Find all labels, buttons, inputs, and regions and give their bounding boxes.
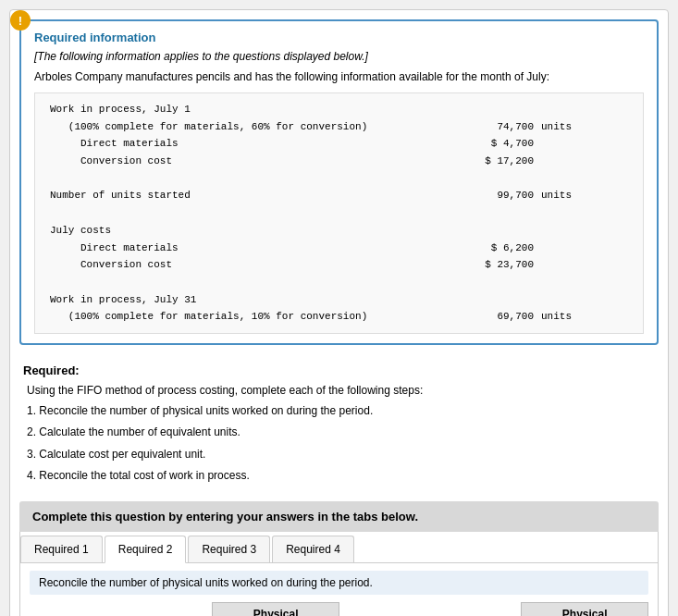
table-row	[46, 170, 632, 188]
table-row: Direct materials $ 4,700	[46, 135, 632, 153]
company-desc: Arboles Company manufactures pencils and…	[34, 70, 644, 83]
table-row: Direct materials $ 6,200	[46, 240, 632, 257]
table-row: (100% complete for materials, 10% for co…	[46, 308, 632, 326]
tab-required-3[interactable]: Required 3	[188, 536, 270, 562]
italic-note: [The following information applies to th…	[34, 50, 644, 63]
info-section: ! Required information [The following in…	[19, 19, 659, 345]
table-row: July costs	[46, 222, 632, 240]
required-heading: Required:	[23, 363, 655, 377]
table-row: Work in process, July 1	[46, 101, 632, 118]
table-row	[46, 204, 632, 222]
required-section: Required: Using the FIFO method of proce…	[10, 354, 668, 494]
step-2: 2. Calculate the number of equivalent un…	[27, 423, 655, 443]
required-intro: Using the FIFO method of process costing…	[23, 381, 655, 401]
tabs-row: Required 1 Required 2 Required 3 Require…	[20, 532, 658, 563]
step-4: 4. Reconcile the total cost of work in p…	[27, 466, 655, 487]
tabs-container: Required 1 Required 2 Required 3 Require…	[19, 532, 659, 616]
col-header-physical-right: PhysicalUnits	[522, 602, 648, 616]
units-table: PhysicalUnits PhysicalUnits Beginning Un…	[30, 602, 648, 616]
step-1: 1. Reconcile the number of physical unit…	[27, 401, 655, 422]
tab-required-2[interactable]: Required 2	[105, 536, 187, 563]
table-row	[46, 274, 632, 291]
required-steps: 1. Reconcile the number of physical unit…	[23, 401, 655, 487]
tab-required-4[interactable]: Required 4	[272, 536, 354, 562]
table-row: Conversion cost $ 23,700	[46, 256, 632, 274]
step-3: 3. Calculate cost per equivalent unit.	[27, 445, 655, 465]
reconcile-note: Reconcile the number of physical units w…	[30, 571, 648, 595]
table-row: Conversion cost $ 17,200	[46, 153, 632, 170]
table-row: Number of units started 99,700 units	[46, 187, 632, 204]
tab-required-1[interactable]: Required 1	[20, 536, 103, 562]
required-info-title: Required information	[34, 31, 644, 44]
complete-banner: Complete this question by entering your …	[19, 501, 659, 532]
table-row: Work in process, July 31	[46, 291, 632, 309]
col-header-physical-left: PhysicalUnits	[213, 602, 339, 616]
data-table: Work in process, July 1 (100% complete f…	[34, 92, 644, 334]
main-container: ! Required information [The following in…	[9, 9, 669, 616]
tab-content: Reconcile the number of physical units w…	[20, 563, 658, 616]
info-icon: !	[10, 10, 31, 31]
table-row: (100% complete for materials, 60% for co…	[46, 118, 632, 136]
